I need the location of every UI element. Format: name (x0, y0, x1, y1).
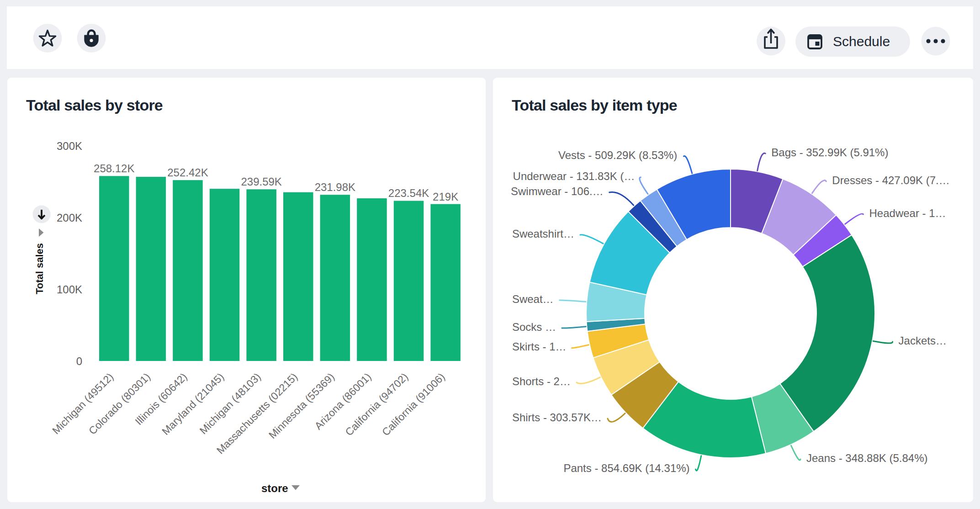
svg-text:0: 0 (76, 355, 82, 367)
svg-text:Sweat…: Sweat… (512, 293, 554, 305)
svg-text:231.98K: 231.98K (315, 181, 355, 193)
svg-text:Jeans - 348.88K (5.84%): Jeans - 348.88K (5.84%) (806, 452, 928, 464)
svg-text:Socks …: Socks … (512, 321, 556, 333)
svg-text:Jackets…: Jackets… (899, 334, 947, 347)
svg-text:Shorts - 2…: Shorts - 2… (512, 375, 571, 387)
svg-text:252.42K: 252.42K (167, 166, 208, 179)
svg-text:Skirts - 1…: Skirts - 1… (512, 340, 567, 353)
svg-text:300K: 300K (57, 140, 82, 152)
svg-text:store: store (261, 482, 288, 494)
svg-text:Total sales by store: Total sales by store (26, 96, 163, 114)
svg-text:239.59K: 239.59K (241, 175, 281, 188)
svg-text:Vests - 509.29K (8.53%): Vests - 509.29K (8.53%) (558, 149, 677, 161)
svg-text:Total sales: Total sales (34, 243, 45, 294)
svg-text:258.12K: 258.12K (94, 162, 134, 175)
svg-text:Swimwear - 106.…: Swimwear - 106.… (511, 185, 604, 197)
svg-text:100K: 100K (57, 283, 82, 296)
svg-text:Schedule: Schedule (833, 34, 890, 49)
svg-text:219K: 219K (433, 191, 458, 203)
svg-text:Total sales by item type: Total sales by item type (512, 96, 677, 114)
svg-text:Dresses - 427.09K (7.…: Dresses - 427.09K (7.… (832, 174, 949, 186)
svg-text:Shirts - 303.57K…: Shirts - 303.57K… (512, 411, 602, 424)
svg-text:Underwear - 131.83K (…: Underwear - 131.83K (… (513, 170, 635, 182)
svg-text:Headwear - 1…: Headwear - 1… (869, 207, 946, 219)
svg-text:223.54K: 223.54K (388, 187, 429, 199)
svg-text:Pants - 854.69K (14.31%): Pants - 854.69K (14.31%) (563, 462, 689, 474)
svg-text:200K: 200K (57, 212, 82, 224)
svg-text:Sweatshirt…: Sweatshirt… (512, 228, 574, 240)
svg-text:Bags - 352.99K (5.91%): Bags - 352.99K (5.91%) (771, 146, 888, 159)
